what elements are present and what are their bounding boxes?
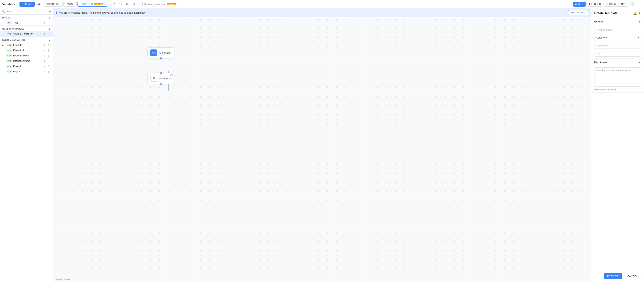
list-item[interactable]: INT Time 0 ⋮ bbox=[0, 20, 53, 25]
collapse-sidebar-button[interactable]: ◀ bbox=[35, 1, 42, 7]
nav-divider-1 bbox=[18, 2, 18, 6]
templates-button[interactable]: TEMPLATES PREVIEW ▾ bbox=[77, 2, 108, 6]
editor-view-button[interactable]: EDITOR VIEW bbox=[568, 10, 588, 15]
canvas-preview-badge: PREVIEW bbox=[167, 3, 176, 5]
config-chevron: ▲ bbox=[48, 27, 50, 30]
connections-icon: ⚡ bbox=[606, 3, 608, 5]
more-icon[interactable]: ⋮ bbox=[46, 44, 50, 47]
how-to-use-chevron: ▲ bbox=[638, 61, 641, 64]
test-icon: ▶ bbox=[575, 3, 577, 5]
canvas-mode-indicator: New canvas view PREVIEW bbox=[142, 2, 178, 6]
zoom-control[interactable]: 🔍 ▾ bbox=[131, 2, 139, 6]
create-button[interactable]: + CREATE bbox=[20, 2, 34, 6]
filter-icon[interactable]: ⊟ bbox=[48, 10, 51, 13]
general-section: General ▲ Category * ▼ bbox=[591, 18, 644, 59]
how-to-use-section-header[interactable]: How to use ▲ bbox=[591, 59, 644, 65]
type-badge: STR bbox=[6, 33, 12, 35]
type-badge: STR bbox=[6, 65, 12, 68]
tags-input[interactable] bbox=[594, 51, 641, 57]
template-name-input[interactable] bbox=[594, 27, 641, 33]
how-to-use-field bbox=[594, 67, 641, 87]
category-select[interactable]: Category * bbox=[594, 35, 641, 41]
how-to-use-title: How to use bbox=[594, 61, 607, 64]
expand-panel-button[interactable]: ⟫ bbox=[638, 11, 641, 15]
how-to-use-textarea[interactable] bbox=[594, 67, 641, 87]
publish-button[interactable]: ⬆ PUBLISH bbox=[586, 2, 603, 6]
search-input[interactable] bbox=[6, 10, 48, 13]
var-name: ExecutionId bbox=[13, 49, 42, 52]
panel-header: Create Template 🔔 ⟫ bbox=[591, 8, 644, 18]
var-name: IntegrationName bbox=[13, 60, 42, 62]
triggers-button[interactable]: TRIGGERS ▾ bbox=[44, 2, 62, 6]
main-layout: 🔍 ⊟ Inputs ▲ INT Time 0 ⋮ bbox=[0, 8, 644, 282]
connections-button[interactable]: ⚡ CONNECTIONS bbox=[604, 2, 628, 6]
tags-field bbox=[594, 51, 641, 57]
zoom-icon: 🔍 bbox=[133, 3, 136, 5]
system-chevron: ▲ bbox=[48, 39, 50, 41]
var-count: 0 bbox=[44, 44, 45, 46]
undo-button[interactable]: ↩ bbox=[110, 1, 117, 7]
var-count: 0 bbox=[44, 49, 45, 51]
node-output-dot[interactable] bbox=[160, 57, 162, 59]
list-item[interactable]: ▶ OBJ ErrorInfo 0 ⋮ bbox=[0, 42, 53, 48]
email-node-label: Send Email bbox=[159, 77, 172, 80]
more-icon[interactable]: ⋮ bbox=[46, 32, 50, 35]
send-email-node[interactable]: ✉ Send Email ID:1 bbox=[148, 73, 174, 84]
inputs-label: Inputs bbox=[2, 17, 10, 19]
more-icon[interactable]: ⋮ bbox=[46, 54, 50, 57]
node-input-dot[interactable] bbox=[160, 72, 162, 74]
app-title: Variables bbox=[2, 2, 15, 6]
list-item[interactable]: STR 'CONFIG_email_id' 0 ⋮ bbox=[0, 31, 53, 37]
redo-button[interactable]: ↪ bbox=[118, 1, 124, 7]
more-icon[interactable]: ⋮ bbox=[46, 70, 50, 73]
sidebar: 🔍 ⊟ Inputs ▲ INT Time 0 ⋮ bbox=[0, 8, 53, 282]
layout-button[interactable]: ⊞ bbox=[124, 1, 130, 7]
list-item[interactable]: STR Region 0 ⋮ bbox=[0, 69, 53, 74]
search-icon: 🔍 bbox=[2, 10, 5, 13]
right-panel: Create Template 🔔 ⟫ General ▲ Category * bbox=[591, 8, 644, 282]
list-item[interactable]: STR ProjectId 0 ⋮ bbox=[0, 64, 53, 69]
category-field: Category * ▼ bbox=[594, 35, 641, 41]
inputs-section-header[interactable]: Inputs ▲ bbox=[0, 14, 53, 20]
general-section-header[interactable]: General ▲ bbox=[591, 18, 644, 25]
preview-button[interactable]: PREVIEW bbox=[604, 273, 622, 279]
config-section-header[interactable]: Config Variables ▲ bbox=[0, 26, 53, 31]
test-button[interactable]: ▶ TEST bbox=[573, 2, 586, 6]
var-count: 0 bbox=[44, 65, 45, 67]
tasks-button[interactable]: TASKS ▾ bbox=[63, 2, 76, 6]
var-count: 0 bbox=[44, 70, 45, 73]
var-name: 'CONFIG_email_id' bbox=[13, 33, 42, 35]
var-name: Time bbox=[13, 21, 42, 24]
system-section: System Variables ▲ ▶ OBJ ErrorInfo 0 ⋮ S… bbox=[0, 37, 53, 74]
description-input[interactable] bbox=[594, 43, 641, 49]
more-icon[interactable]: ⋮ bbox=[46, 59, 50, 62]
more-icon[interactable]: ⋮ bbox=[46, 49, 50, 52]
expand-arrow: ▶ bbox=[2, 44, 5, 46]
top-nav: Variables + CREATE ◀ TRIGGERS ▾ TASKS ▾ … bbox=[0, 0, 644, 8]
menu-button[interactable]: ☰ bbox=[636, 1, 642, 7]
node-output-dot[interactable] bbox=[160, 83, 162, 85]
var-count: 0 bbox=[44, 33, 45, 35]
bell-icon-button[interactable]: 🔔 bbox=[633, 11, 638, 15]
category-select-wrapper: Category * ▼ bbox=[594, 35, 641, 41]
more-icon[interactable]: ⋮ bbox=[46, 65, 50, 68]
api-node-label: API Trigger bbox=[159, 51, 171, 54]
cancel-button[interactable]: CANCEL bbox=[624, 273, 641, 279]
system-list: ▶ OBJ ErrorInfo 0 ⋮ STR ExecutionId 0 ⋮ bbox=[0, 42, 53, 74]
var-name: Region bbox=[13, 70, 42, 73]
more-icon[interactable]: ⋮ bbox=[46, 21, 50, 24]
canvas[interactable]: API API Trigger ✉ Send Email ID:1 Region… bbox=[53, 17, 591, 282]
list-item[interactable]: STR IntegrationName 0 ⋮ bbox=[0, 58, 53, 64]
system-section-header[interactable]: System Variables ▲ bbox=[0, 37, 53, 42]
general-section-title: General bbox=[594, 20, 603, 23]
inputs-chevron: ▲ bbox=[48, 16, 50, 19]
var-count: 0 bbox=[44, 22, 45, 24]
type-badge: STR bbox=[6, 60, 12, 62]
general-chevron: ▲ bbox=[638, 20, 641, 23]
analytics-button[interactable]: 📊 bbox=[629, 1, 635, 7]
api-trigger-node[interactable]: API API Trigger bbox=[148, 47, 174, 58]
canvas-mode-dot bbox=[144, 3, 146, 5]
list-item[interactable]: STR ExecutionMode 0 ⋮ bbox=[0, 53, 53, 58]
how-to-use-body bbox=[591, 65, 644, 89]
list-item[interactable]: STR ExecutionId 0 ⋮ bbox=[0, 48, 53, 53]
